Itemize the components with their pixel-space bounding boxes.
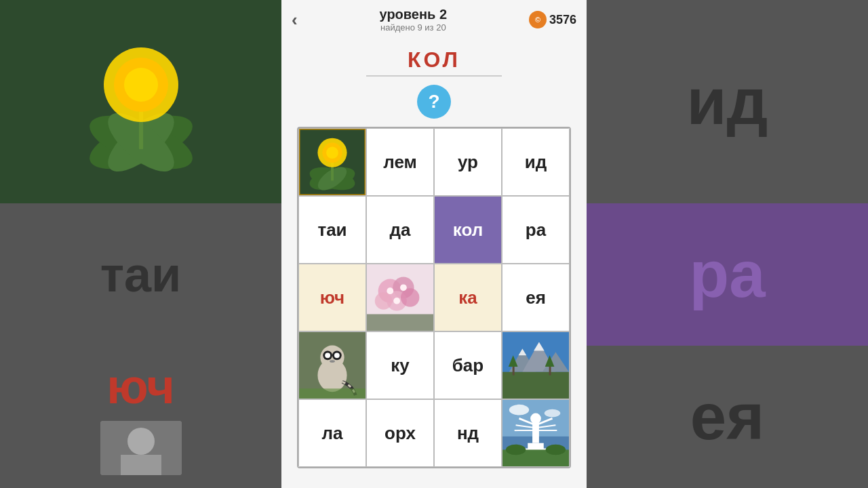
right-bot-text: ея (690, 380, 764, 454)
svg-rect-30 (367, 314, 433, 331)
svg-point-10 (127, 428, 155, 455)
grid-cell-ра[interactable]: ра (502, 196, 570, 264)
svg-point-8 (124, 68, 158, 102)
svg-point-29 (393, 298, 400, 304)
svg-rect-48 (513, 365, 515, 375)
coin-icon: © (529, 11, 547, 28)
left-top-image (0, 0, 281, 203)
grid-cell-ур[interactable]: ур (434, 128, 502, 196)
level-subtitle: найдено 9 из 20 (380, 22, 448, 33)
svg-point-28 (400, 284, 407, 291)
left-bot: юч (0, 346, 281, 488)
level-info: уровень 2 найдено 9 из 20 (380, 7, 448, 33)
hint-button[interactable]: ? (417, 85, 451, 119)
back-button[interactable]: ‹ (292, 9, 298, 30)
svg-rect-50 (549, 365, 551, 375)
svg-point-27 (387, 287, 393, 294)
left-mid: таи (0, 203, 281, 346)
right-bot: ея (587, 346, 868, 488)
grid-cell-ка[interactable]: ка (434, 264, 502, 331)
svg-point-67 (506, 445, 526, 455)
grid-cell-mountain[interactable] (502, 331, 570, 399)
grid-cell-таи[interactable]: таи (298, 196, 366, 264)
svg-point-68 (546, 445, 566, 455)
hint-icon: ? (428, 91, 439, 113)
left-panel: таи юч (0, 0, 281, 488)
grid-cell-flowers[interactable] (366, 264, 434, 331)
svg-rect-39 (299, 388, 366, 399)
grid-cell-нд[interactable]: нд (434, 399, 502, 467)
grid-cell-lemur[interactable] (298, 331, 366, 399)
top-bar: ‹ уровень 2 найдено 9 из 20 © 3576 (281, 0, 587, 39)
grid-cell-dandelion[interactable] (298, 128, 366, 196)
right-panel: ид ра ея (587, 0, 868, 488)
left-mid-text: таи (100, 247, 182, 302)
svg-point-38 (330, 360, 335, 363)
left-bot-text: юч (106, 359, 175, 414)
svg-point-54 (509, 405, 529, 415)
grid-cell-юч[interactable]: юч (298, 264, 366, 331)
svg-rect-47 (502, 372, 569, 399)
grid-cell-ея[interactable]: ея (502, 264, 570, 331)
svg-point-19 (326, 146, 338, 159)
svg-rect-11 (121, 455, 161, 475)
grid-cell-кол[interactable]: кол (434, 196, 502, 264)
grid-cell-бар[interactable]: бар (434, 331, 502, 399)
svg-point-36 (325, 352, 330, 358)
coin-value: 3576 (549, 13, 576, 27)
grid-cell-да[interactable]: да (366, 196, 434, 264)
right-mid: ра (587, 203, 868, 346)
svg-point-55 (545, 409, 561, 418)
grid-cell-statue[interactable] (502, 399, 570, 467)
game-grid: лем ур ид таи да кол ра юч (297, 127, 571, 468)
grid-cell-орх[interactable]: орх (366, 399, 434, 467)
svg-point-57 (530, 413, 541, 424)
grid-cell-ку[interactable]: ку (366, 331, 434, 399)
svg-point-26 (375, 292, 392, 309)
grid-cell-ид[interactable]: ид (502, 128, 570, 196)
word-underline (366, 75, 502, 77)
right-top: ид (587, 0, 868, 203)
svg-point-37 (334, 352, 340, 358)
right-top-text: ид (687, 64, 768, 139)
center-panel: ‹ уровень 2 найдено 9 из 20 © 3576 КОЛ ? (281, 0, 587, 488)
svg-point-25 (401, 288, 419, 306)
grid-cell-лем[interactable]: лем (366, 128, 434, 196)
word-display: КОЛ (408, 47, 460, 73)
coins-display: © 3576 (529, 11, 576, 28)
level-title: уровень 2 (380, 7, 448, 22)
grid-cell-ла[interactable]: ла (298, 399, 366, 467)
right-mid-text: ра (689, 237, 765, 312)
